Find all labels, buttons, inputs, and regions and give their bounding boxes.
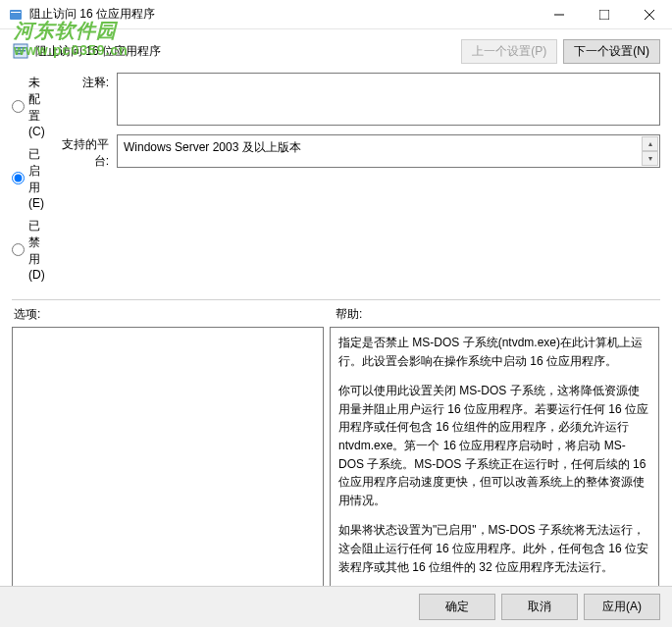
window-icon — [8, 7, 24, 23]
help-paragraph: 你可以使用此设置关闭 MS-DOS 子系统，这将降低资源使用量并阻止用户运行 1… — [338, 382, 650, 509]
close-button[interactable] — [627, 0, 672, 29]
radio-disabled-label: 已禁用(D) — [28, 218, 48, 282]
platform-scroll-up[interactable]: ▴ — [642, 136, 658, 151]
radio-enabled-input[interactable] — [12, 172, 25, 184]
svg-rect-0 — [10, 10, 22, 20]
svg-rect-1 — [11, 12, 21, 13]
help-paragraph: 指定是否禁止 MS-DOS 子系统(ntvdm.exe)在此计算机上运行。此设置… — [338, 334, 650, 370]
radio-not-configured-input[interactable] — [12, 100, 25, 113]
svg-rect-8 — [16, 50, 26, 52]
radio-not-configured[interactable]: 未配置(C) — [12, 75, 48, 138]
radio-enabled[interactable]: 已启用(E) — [12, 146, 48, 210]
radio-not-configured-label: 未配置(C) — [28, 75, 48, 138]
state-radio-group: 未配置(C) 已启用(E) 已禁用(D) — [12, 73, 48, 289]
footer: 确定 取消 应用(A) — [0, 586, 672, 627]
ok-button[interactable]: 确定 — [419, 594, 495, 620]
apply-button[interactable]: 应用(A) — [584, 594, 660, 620]
cancel-button[interactable]: 取消 — [501, 594, 578, 620]
policy-icon — [12, 42, 29, 60]
prev-setting-button: 上一个设置(P) — [461, 39, 557, 64]
platform-label: 支持的平台: — [48, 134, 117, 170]
svg-rect-3 — [599, 10, 609, 20]
platform-value: Windows Server 2003 及以上版本 — [124, 140, 301, 154]
help-box[interactable]: 指定是否禁止 MS-DOS 子系统(ntvdm.exe)在此计算机上运行。此设置… — [330, 327, 659, 627]
comment-label: 注释: — [48, 73, 117, 129]
titlebar: 阻止访问 16 位应用程序 — [0, 0, 672, 29]
window-title: 阻止访问 16 位应用程序 — [29, 6, 537, 23]
radio-disabled[interactable]: 已禁用(D) — [12, 218, 48, 282]
options-label: 选项: — [12, 306, 330, 323]
options-box — [12, 327, 324, 627]
next-setting-button[interactable]: 下一个设置(N) — [563, 39, 660, 64]
svg-rect-7 — [16, 47, 26, 49]
help-paragraph: 如果将状态设置为"已启用"，MS-DOS 子系统将无法运行，这会阻止运行任何 1… — [338, 521, 650, 576]
radio-enabled-label: 已启用(E) — [28, 146, 48, 210]
help-label: 帮助: — [330, 306, 362, 323]
maximize-button[interactable] — [582, 0, 627, 29]
svg-rect-9 — [16, 53, 23, 55]
platform-box: Windows Server 2003 及以上版本 ▴ ▾ — [117, 134, 660, 168]
policy-title: 阻止访问 16 位应用程序 — [35, 43, 161, 60]
minimize-button[interactable] — [537, 0, 582, 29]
comment-textarea[interactable] — [117, 73, 660, 126]
platform-scroll-down[interactable]: ▾ — [642, 151, 658, 166]
radio-disabled-input[interactable] — [12, 243, 25, 256]
window-controls — [537, 0, 672, 29]
divider — [12, 299, 660, 300]
